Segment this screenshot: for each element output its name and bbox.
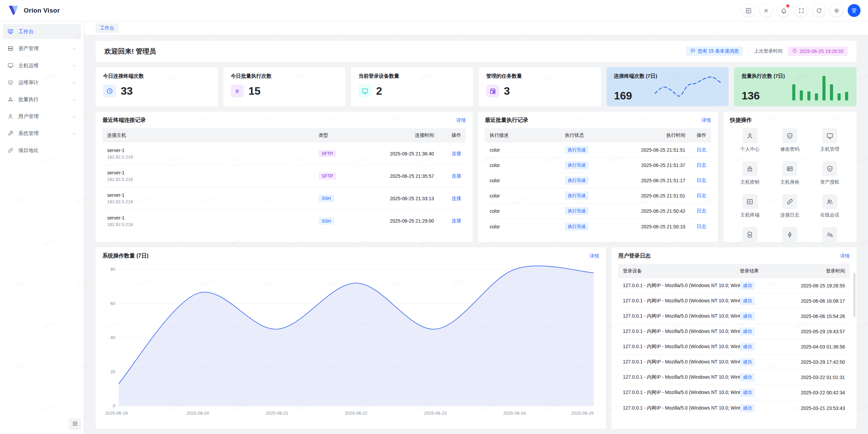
terminal-detail-link[interactable]: 详情 bbox=[456, 117, 466, 124]
quick-action-文件操作日志[interactable]: 文件操作日志 bbox=[730, 227, 770, 242]
connect-link[interactable]: 连接 bbox=[452, 218, 461, 223]
notifications-button[interactable] bbox=[777, 4, 790, 17]
batch-detail-link[interactable]: 详情 bbox=[702, 117, 711, 124]
quick-actions-grid: 个人中心修改密码主机管理主机密钥主机身份资产授权主机终端连接日志在线会话文件操作… bbox=[730, 128, 850, 242]
chevron-down-icon bbox=[72, 80, 76, 85]
log-link[interactable]: 日志 bbox=[697, 208, 706, 213]
quick-action-连接日志[interactable]: 连接日志 bbox=[770, 194, 810, 218]
quick-action-修改密码[interactable]: 修改密码 bbox=[770, 128, 810, 152]
log-link[interactable]: 日志 bbox=[697, 193, 706, 198]
quick-action-个人中心[interactable]: 个人中心 bbox=[730, 128, 770, 152]
svg-text:80: 80 bbox=[111, 267, 115, 272]
status-cell: 执行完成 bbox=[565, 223, 616, 231]
chart-detail-link[interactable]: 详情 bbox=[590, 253, 599, 259]
refresh-button[interactable] bbox=[812, 4, 825, 17]
link-icon bbox=[7, 147, 14, 153]
result-cell: 成功 bbox=[740, 312, 779, 320]
sidebar-item-运维审计[interactable]: 运维审计 bbox=[3, 75, 81, 90]
logo-area: Orion Visor bbox=[7, 5, 60, 16]
time-cell: 2025-03-22 00:42:34 bbox=[779, 390, 845, 395]
quick-action-主机密钥[interactable]: 主机密钥 bbox=[730, 161, 770, 185]
batch-bars-chart bbox=[790, 73, 850, 102]
user-avatar[interactable]: 管 bbox=[848, 4, 861, 17]
task-icon bbox=[486, 84, 499, 97]
sidebar-item-项目地址[interactable]: 项目地址 bbox=[3, 143, 81, 158]
login-row: 127.0.0.1 - 内网IP - Mozilla/5.0 (Windows … bbox=[618, 294, 850, 309]
batch-row: color执行完成2025-06-25 21:51:17日志 bbox=[485, 173, 711, 188]
log-link[interactable]: 日志 bbox=[697, 224, 706, 229]
desc-cell: color bbox=[490, 208, 565, 214]
quick-action-资产授权[interactable]: 资产授权 bbox=[810, 161, 850, 185]
welcome-title: 欢迎回来! 管理员 bbox=[104, 47, 156, 56]
quick-action-在线会话[interactable]: 在线会话 bbox=[810, 194, 850, 218]
quick-action-label: 主机身份 bbox=[780, 179, 799, 185]
brightness-button[interactable] bbox=[760, 4, 772, 17]
quick-action-执行日志[interactable]: 执行日志 bbox=[810, 227, 850, 242]
quick-action-主机身份[interactable]: 主机身份 bbox=[770, 161, 810, 185]
status-badge: 执行完成 bbox=[565, 176, 589, 185]
sidebar-item-工作台[interactable]: 工作台 bbox=[3, 24, 81, 39]
sidebar-item-主机运维[interactable]: 主机运维 bbox=[3, 58, 81, 73]
quick-action-label: 在线会话 bbox=[820, 212, 839, 218]
fullscreen-button[interactable] bbox=[795, 4, 808, 17]
stat-value-row: 2 bbox=[358, 84, 466, 97]
log-link[interactable]: 日志 bbox=[697, 177, 706, 183]
login-row: 127.0.0.1 - 内网IP - Mozilla/5.0 (Windows … bbox=[618, 278, 850, 294]
column-header: 连接时间 bbox=[356, 132, 434, 138]
orion-visor-logo-icon bbox=[7, 5, 20, 16]
settings-button[interactable] bbox=[830, 4, 843, 17]
table-header: 执行描述执行状态执行时间操作 bbox=[485, 128, 711, 143]
trend-card-value: 136 bbox=[742, 90, 760, 102]
breadcrumb-item-workbench[interactable]: 工作台 bbox=[96, 23, 119, 33]
connect-link[interactable]: 连接 bbox=[452, 151, 461, 156]
sidebar-item-用户管理[interactable]: 用户管理 bbox=[3, 109, 81, 124]
quick-action-主机终端[interactable]: 主机终端 bbox=[730, 194, 770, 218]
sidebar-menu: 工作台资产管理主机运维运维审计批量执行用户管理系统管理项目地址 bbox=[3, 24, 81, 160]
result-cell: 成功 bbox=[740, 404, 779, 412]
action-cell: 日志 bbox=[685, 147, 706, 153]
time-cell: 2025-03-21 23:53:43 bbox=[779, 405, 845, 411]
log-link[interactable]: 日志 bbox=[697, 147, 706, 152]
column-header: 操作 bbox=[685, 132, 706, 138]
batch-row: color执行完成2025-06-25 21:50:42日志 bbox=[485, 204, 711, 219]
result-cell: 成功 bbox=[740, 343, 779, 351]
result-badge: 成功 bbox=[740, 373, 755, 381]
type-cell: SSH bbox=[319, 195, 356, 202]
quick-action-label: 资产授权 bbox=[820, 179, 839, 185]
sidebar-item-label: 运维审计 bbox=[18, 79, 39, 86]
code-square-button[interactable] bbox=[742, 4, 755, 17]
welcome-right: 您有 15 条未读消息 上次登录时间 2025-06-25 19:26:55 bbox=[686, 46, 848, 56]
log-link[interactable]: 日志 bbox=[697, 162, 706, 168]
svg-text:2025-06-24: 2025-06-24 bbox=[503, 411, 526, 416]
column-header: 登录结果 bbox=[740, 268, 779, 274]
sidebar-item-系统管理[interactable]: 系统管理 bbox=[3, 126, 81, 141]
result-badge: 成功 bbox=[740, 404, 755, 412]
sidebar-item-资产管理[interactable]: 资产管理 bbox=[3, 41, 81, 56]
svg-text:2025-06-22: 2025-06-22 bbox=[345, 411, 368, 416]
action-cell: 连接 bbox=[434, 218, 461, 224]
result-badge: 成功 bbox=[740, 282, 755, 290]
sidebar-item-批量执行[interactable]: 批量执行 bbox=[3, 92, 81, 107]
quick-action-主机管理[interactable]: 主机管理 bbox=[810, 128, 850, 152]
unread-messages-badge[interactable]: 您有 15 条未读消息 bbox=[686, 46, 743, 56]
quick-action-命令执行[interactable]: 命令执行 bbox=[770, 227, 810, 242]
sidebar-collapse-button[interactable] bbox=[69, 418, 81, 430]
svg-text:60: 60 bbox=[111, 301, 115, 306]
status-badge: 执行完成 bbox=[565, 146, 589, 154]
connect-link[interactable]: 连接 bbox=[452, 195, 461, 201]
login-detail-link[interactable]: 详情 bbox=[840, 253, 850, 259]
svg-text:2025-06-23: 2025-06-23 bbox=[424, 411, 447, 416]
file-text-icon bbox=[743, 227, 757, 242]
action-cell: 连接 bbox=[434, 173, 461, 179]
time-cell: 2025-06-25 21:51:17 bbox=[616, 178, 685, 183]
sidebar-item-label: 用户管理 bbox=[18, 113, 39, 120]
connect-link[interactable]: 连接 bbox=[452, 173, 461, 178]
result-cell: 成功 bbox=[740, 389, 779, 397]
recent-batch-exec-panel: 最近批量执行记录 详情 执行描述执行状态执行时间操作color执行完成2025-… bbox=[478, 112, 718, 242]
status-cell: 执行完成 bbox=[565, 146, 616, 154]
column-header: 登录设备 bbox=[623, 268, 740, 274]
trend-card-terminal-spark: 连接终端次数 (7日)169 bbox=[607, 67, 729, 106]
chevron-down-icon bbox=[72, 97, 76, 102]
login-row: 127.0.0.1 - 内网IP - Mozilla/5.0 (Windows … bbox=[618, 355, 850, 370]
scrollbar-thumb[interactable] bbox=[853, 273, 855, 317]
